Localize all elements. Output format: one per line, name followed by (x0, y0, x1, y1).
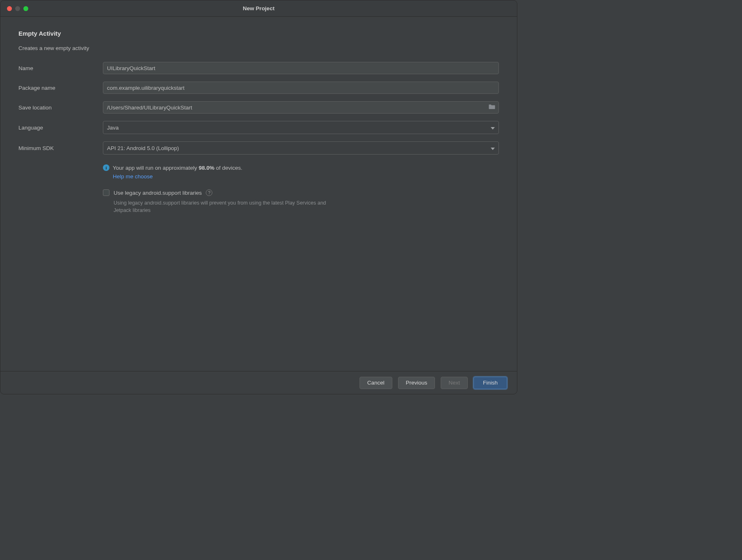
help-me-choose-link[interactable]: Help me choose (113, 173, 499, 180)
browse-folder-button[interactable] (488, 104, 496, 111)
window-title: New Project (0, 5, 517, 11)
page-subtitle: Creates a new empty activity (18, 45, 499, 51)
legacy-libraries-helper: Using legacy android.support libraries w… (114, 199, 327, 214)
titlebar: New Project (0, 0, 517, 17)
window-controls (7, 6, 28, 11)
language-label: Language (18, 125, 103, 131)
new-project-dialog: New Project Empty Activity Creates a new… (0, 0, 517, 394)
name-input[interactable] (103, 62, 499, 74)
save-location-input[interactable] (103, 101, 499, 114)
finish-button[interactable]: Finish (473, 377, 507, 389)
language-select[interactable]: Java (103, 121, 499, 134)
minimize-window-button[interactable] (15, 6, 20, 11)
minimum-sdk-label: Minimum SDK (18, 145, 103, 151)
legacy-libraries-checkbox[interactable] (103, 189, 109, 196)
folder-icon (489, 104, 495, 111)
info-percent: 98.0% (199, 165, 214, 171)
info-text-prefix: Your app will run on approximately (113, 165, 199, 171)
help-icon[interactable]: ? (206, 189, 212, 196)
legacy-libraries-label: Use legacy android.support libraries (114, 190, 202, 196)
close-window-button[interactable] (7, 6, 12, 11)
zoom-window-button[interactable] (23, 6, 28, 11)
minimum-sdk-select-value: API 21: Android 5.0 (Lollipop) (107, 145, 179, 151)
name-label: Name (18, 65, 103, 71)
language-select-value: Java (107, 125, 119, 131)
previous-button[interactable]: Previous (398, 377, 435, 389)
cancel-button[interactable]: Cancel (360, 377, 392, 389)
package-name-label: Package name (18, 85, 103, 91)
page-title: Empty Activity (18, 30, 499, 37)
package-name-input[interactable] (103, 82, 499, 94)
minimum-sdk-select[interactable]: API 21: Android 5.0 (Lollipop) (103, 141, 499, 155)
info-text-suffix: of devices. (214, 165, 242, 171)
device-coverage-info: i Your app will run on approximately 98.… (103, 164, 499, 171)
info-icon: i (103, 164, 109, 171)
save-location-label: Save location (18, 105, 103, 111)
next-button: Next (441, 377, 468, 389)
dialog-footer: Cancel Previous Next Finish (0, 371, 517, 394)
dialog-content: Empty Activity Creates a new empty activ… (0, 17, 517, 371)
